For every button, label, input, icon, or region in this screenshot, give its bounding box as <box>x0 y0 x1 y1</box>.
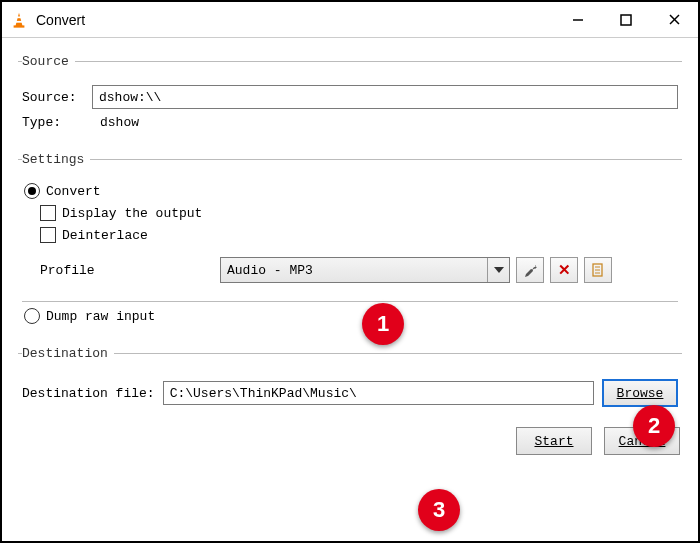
checkbox-icon <box>40 227 56 243</box>
new-file-icon <box>590 262 606 278</box>
svg-marker-0 <box>15 12 22 25</box>
radio-unchecked-icon <box>24 308 40 324</box>
display-output-checkbox[interactable]: Display the output <box>40 205 678 221</box>
dump-radio-label: Dump raw input <box>46 309 155 324</box>
profile-label: Profile <box>40 263 220 278</box>
source-group: Source Source: Type: dshow <box>18 54 682 144</box>
destination-group: Destination Destination file: Browse <box>18 346 682 423</box>
deinterlace-label: Deinterlace <box>62 228 148 243</box>
source-legend: Source <box>22 54 75 69</box>
vlc-cone-icon <box>10 11 28 29</box>
titlebar: Convert <box>2 2 698 38</box>
type-label: Type: <box>22 115 92 130</box>
svg-rect-1 <box>14 25 25 27</box>
edit-profile-button[interactable] <box>516 257 544 283</box>
cancel-button[interactable]: Cancel <box>604 427 680 455</box>
annotation-callout-3: 3 <box>418 489 460 531</box>
delete-profile-button[interactable]: ✕ <box>550 257 578 283</box>
new-profile-button[interactable] <box>584 257 612 283</box>
svg-rect-5 <box>621 15 631 25</box>
maximize-button[interactable] <box>602 2 650 37</box>
window-title: Convert <box>36 12 554 28</box>
deinterlace-checkbox[interactable]: Deinterlace <box>40 227 678 243</box>
display-output-label: Display the output <box>62 206 202 221</box>
destination-legend: Destination <box>22 346 114 361</box>
wrench-icon <box>522 262 538 278</box>
profile-selected-value: Audio - MP3 <box>227 263 313 278</box>
convert-radio[interactable]: Convert <box>24 183 678 199</box>
profile-select[interactable]: Audio - MP3 <box>220 257 510 283</box>
destination-input[interactable] <box>163 381 594 405</box>
browse-button[interactable]: Browse <box>602 379 678 407</box>
checkbox-icon <box>40 205 56 221</box>
chevron-down-icon <box>487 258 509 282</box>
destination-label: Destination file: <box>22 386 155 401</box>
start-button[interactable]: Start <box>516 427 592 455</box>
source-input[interactable] <box>92 85 678 109</box>
settings-group: Settings Convert Display the output Dein… <box>18 152 682 338</box>
svg-marker-8 <box>494 267 504 273</box>
settings-legend: Settings <box>22 152 90 167</box>
settings-divider <box>22 301 678 302</box>
x-icon: ✕ <box>558 261 571 279</box>
radio-checked-icon <box>24 183 40 199</box>
window-controls <box>554 2 698 37</box>
minimize-button[interactable] <box>554 2 602 37</box>
svg-rect-3 <box>16 20 22 22</box>
source-label: Source: <box>22 90 92 105</box>
close-button[interactable] <box>650 2 698 37</box>
dump-radio[interactable]: Dump raw input <box>24 308 678 324</box>
type-value: dshow <box>100 115 139 130</box>
dialog-footer: Start Cancel <box>18 423 682 455</box>
convert-radio-label: Convert <box>46 184 101 199</box>
svg-rect-2 <box>17 16 22 18</box>
